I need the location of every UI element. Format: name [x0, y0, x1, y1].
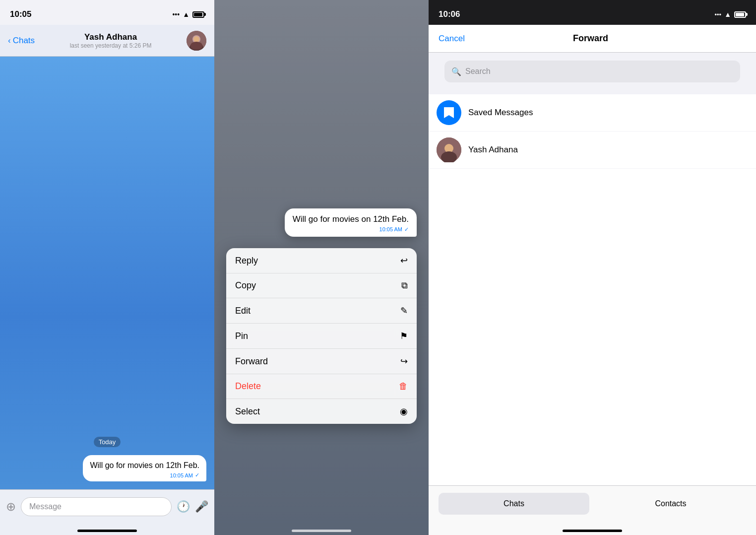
- home-indicator: [0, 523, 214, 535]
- search-icon: 🔍: [451, 67, 461, 76]
- emoji-sticker-icon[interactable]: 🕐: [177, 500, 190, 513]
- forward-nav-bar: Cancel Forward: [429, 25, 756, 53]
- context-menu-copy[interactable]: Copy ⧉: [226, 273, 417, 298]
- forward-list-item-yash[interactable]: Yash Adhana: [429, 132, 756, 169]
- context-menu-select[interactable]: Select ◉: [226, 399, 417, 424]
- context-delete-icon: 🗑: [399, 381, 408, 392]
- context-reply-label: Reply: [235, 256, 258, 266]
- forward-home-indicator: [429, 521, 756, 535]
- forward-bottom-tabs: Chats Contacts: [429, 485, 756, 521]
- forward-search-container: 🔍 Search: [429, 53, 756, 90]
- forward-tab-contacts[interactable]: Contacts: [595, 493, 746, 515]
- forward-battery-icon: [734, 11, 746, 18]
- message-placeholder: Message: [29, 502, 62, 511]
- context-menu-forward[interactable]: Forward ↪: [226, 349, 417, 374]
- contacts-tab-label: Contacts: [655, 499, 686, 508]
- context-select-label: Select: [235, 406, 260, 417]
- yash-avatar: [437, 137, 461, 162]
- context-message-check: ✓: [404, 226, 409, 233]
- context-message-text: Will go for movies on 12th Feb.: [293, 214, 409, 224]
- yash-name: Yash Adhana: [468, 145, 518, 155]
- chat-nav-bar: ‹ Chats Yash Adhana last seen yesterday …: [0, 25, 214, 57]
- home-bar: [77, 530, 137, 532]
- search-placeholder: Search: [465, 67, 491, 76]
- context-forward-label: Forward: [235, 356, 268, 367]
- message-time: 10:05 AM: [170, 472, 193, 478]
- message-meta: 10:05 AM ✓: [90, 472, 199, 478]
- saved-messages-name: Saved Messages: [468, 108, 533, 118]
- forward-panel: 10:06 ••• ▲ Cancel Forward 🔍 Search: [429, 0, 756, 535]
- back-chevron-icon: ‹: [8, 36, 11, 46]
- saved-messages-icon: [441, 105, 456, 120]
- svg-point-4: [190, 42, 202, 50]
- context-delete-label: Delete: [235, 381, 261, 392]
- context-select-icon: ◉: [400, 406, 408, 417]
- forward-wifi-icon: ▲: [724, 10, 731, 18]
- forward-signal-icon: •••: [714, 11, 721, 18]
- forward-list-item-saved[interactable]: Saved Messages: [429, 94, 756, 132]
- forward-status-bar: 10:06 ••• ▲: [429, 0, 756, 25]
- contact-name: Yash Adhana: [84, 32, 137, 42]
- context-home-bar: [292, 530, 351, 532]
- input-right-icons: 🕐 🎤: [177, 500, 208, 513]
- chat-contact-info: Yash Adhana last seen yesterday at 5:26 …: [70, 32, 152, 49]
- chat-status-bar: 10:05 ••• ▲: [0, 0, 214, 25]
- context-copy-label: Copy: [235, 280, 256, 291]
- message-checkmark: ✓: [195, 472, 199, 478]
- date-badge: Today: [94, 437, 121, 447]
- chats-tab-label: Chats: [504, 499, 524, 508]
- context-message-time: 10:05 AM: [379, 226, 402, 233]
- contact-status: last seen yesterday at 5:26 PM: [70, 42, 152, 49]
- forward-home-bar: [563, 530, 622, 532]
- chat-messages-area: Today Will go for movies on 12th Feb. 10…: [0, 57, 214, 489]
- forward-title: Forward: [573, 33, 608, 44]
- context-menu-delete[interactable]: Delete 🗑: [226, 374, 417, 399]
- avatar-image: [187, 31, 206, 51]
- chat-panel: 10:05 ••• ▲ ‹ Chats Yash Adhana last see…: [0, 0, 214, 535]
- avatar-svg: [187, 31, 206, 51]
- context-menu-reply[interactable]: Reply ↩: [226, 248, 417, 273]
- chat-input-bar: ⊕ Message 🕐 🎤: [0, 489, 214, 523]
- attachment-button[interactable]: ⊕: [6, 500, 16, 514]
- date-separator: Today: [8, 437, 206, 447]
- context-reply-icon: ↩: [400, 255, 408, 266]
- yash-avatar-svg: [437, 137, 461, 162]
- chat-status-icons: ••• ▲: [172, 10, 204, 18]
- forward-status-time: 10:06: [439, 9, 460, 19]
- context-pin-icon: ⚑: [400, 331, 408, 341]
- context-copy-icon: ⧉: [401, 280, 408, 291]
- context-menu-panel: Will go for movies on 12th Feb. 10:05 AM…: [214, 0, 429, 535]
- forward-search-bar[interactable]: 🔍 Search: [444, 61, 740, 82]
- chat-status-time: 10:05: [10, 9, 31, 19]
- saved-messages-avatar: [437, 100, 461, 125]
- context-forward-icon: ↪: [400, 356, 408, 367]
- message-input[interactable]: Message: [21, 497, 172, 516]
- chats-back-label[interactable]: Chats: [13, 36, 35, 46]
- wifi-icon: ▲: [183, 10, 189, 18]
- voice-mic-icon[interactable]: 🎤: [195, 500, 208, 513]
- message-bubble[interactable]: Will go for movies on 12th Feb. 10:05 AM…: [83, 455, 206, 481]
- context-edit-icon: ✎: [400, 305, 408, 316]
- context-menu-pin[interactable]: Pin ⚑: [226, 324, 417, 349]
- context-home-indicator: [214, 523, 429, 535]
- context-message-meta: 10:05 AM ✓: [293, 226, 409, 233]
- forward-contacts-list: Saved Messages Yash Adhana: [429, 94, 756, 485]
- context-menu: Reply ↩ Copy ⧉ Edit ✎ Pin ⚑ Forward ↪ De…: [226, 248, 417, 424]
- context-pin-label: Pin: [235, 331, 248, 341]
- battery-icon: [192, 11, 204, 18]
- message-text: Will go for movies on 12th Feb.: [90, 461, 199, 469]
- forward-status-icons: ••• ▲: [714, 10, 746, 18]
- chat-back-button[interactable]: ‹ Chats: [8, 36, 35, 46]
- signal-icon: •••: [172, 10, 180, 18]
- contact-avatar[interactable]: [187, 31, 206, 51]
- forward-tab-chats[interactable]: Chats: [439, 493, 589, 515]
- context-message-bubble: Will go for movies on 12th Feb. 10:05 AM…: [285, 208, 417, 237]
- forward-cancel-button[interactable]: Cancel: [439, 34, 465, 44]
- context-edit-label: Edit: [235, 306, 251, 316]
- context-menu-edit[interactable]: Edit ✎: [226, 298, 417, 324]
- svg-point-3: [193, 36, 199, 42]
